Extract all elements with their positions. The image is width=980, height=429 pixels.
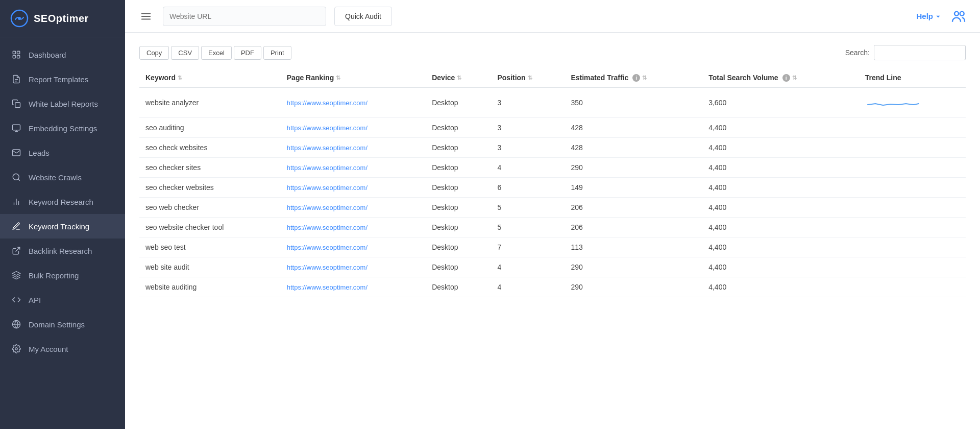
estimated-traffic-sort[interactable]: Estimated Traffic i ⇅: [571, 74, 647, 82]
keyword-cell: seo checker sites: [139, 158, 281, 178]
external-link-icon: [11, 246, 21, 256]
sidebar-item-label: API: [29, 296, 41, 304]
device-cell: Desktop: [426, 87, 491, 118]
sort-icon: ⇅: [457, 75, 461, 81]
table-row: seo website checker tool https://www.seo…: [139, 218, 966, 237]
keyword-sort[interactable]: Keyword ⇅: [145, 74, 182, 82]
device-cell: Desktop: [426, 138, 491, 158]
total-search-volume-cell: 4,400: [702, 198, 859, 218]
total-search-volume-cell: 4,400: [702, 277, 859, 297]
sidebar-item-label: Leads: [29, 149, 50, 157]
position-cell: 4: [491, 158, 565, 178]
layers-icon: [11, 270, 21, 280]
svg-rect-5: [17, 56, 20, 58]
page-ranking-sort[interactable]: Page Ranking ⇅: [287, 74, 341, 82]
estimated-traffic-cell: 290: [565, 257, 702, 277]
col-header-trend-line: Trend Line: [859, 68, 966, 87]
sidebar-item-label: Keyword Tracking: [29, 222, 89, 231]
sidebar-item-bulk-reporting[interactable]: Bulk Reporting: [0, 263, 125, 288]
svg-point-1: [18, 17, 21, 20]
copy-icon: [11, 99, 21, 109]
total-search-volume-sort[interactable]: Total Search Volume i ⇅: [708, 74, 796, 82]
sidebar-item-keyword-research[interactable]: Keyword Research: [0, 189, 125, 214]
estimated-traffic-cell: 428: [565, 118, 702, 138]
table-row: seo checker websites https://www.seoptim…: [139, 178, 966, 198]
search-area: Search:: [845, 45, 966, 60]
col-header-estimated-traffic: Estimated Traffic i ⇅: [565, 68, 702, 87]
trend-line-cell: [859, 218, 966, 237]
col-header-position: Position ⇅: [491, 68, 565, 87]
excel-button[interactable]: Excel: [201, 46, 232, 60]
total-search-volume-cell: 4,400: [702, 218, 859, 237]
file-text-icon: [11, 74, 21, 84]
sidebar-item-backlink-research[interactable]: Backlink Research: [0, 239, 125, 263]
page-ranking-cell: https://www.seoptimer.com/: [281, 87, 426, 118]
sidebar-item-report-templates[interactable]: Report Templates: [0, 67, 125, 91]
estimated-traffic-cell: 290: [565, 158, 702, 178]
table-row: seo web checker https://www.seoptimer.co…: [139, 198, 966, 218]
sidebar-item-api[interactable]: API: [0, 288, 125, 312]
sidebar-item-leads[interactable]: Leads: [0, 140, 125, 165]
position-sort[interactable]: Position ⇅: [497, 74, 532, 82]
table-row: seo checker sites https://www.seoptimer.…: [139, 158, 966, 178]
total-search-volume-cell: 4,400: [702, 237, 859, 257]
user-avatar[interactable]: [949, 7, 968, 26]
trend-line-cell: [859, 118, 966, 138]
sidebar-item-label: White Label Reports: [29, 100, 98, 108]
device-sort[interactable]: Device ⇅: [432, 74, 461, 82]
sidebar-item-white-label[interactable]: White Label Reports: [0, 91, 125, 116]
monitor-icon: [11, 123, 21, 133]
hamburger-menu[interactable]: [137, 8, 155, 25]
logo-text: SEOptimer: [34, 13, 89, 25]
search-label: Search:: [845, 49, 870, 57]
col-header-device: Device ⇅: [426, 68, 491, 87]
svg-marker-18: [13, 272, 20, 276]
page-ranking-cell: https://www.seoptimer.com/: [281, 138, 426, 158]
help-button[interactable]: Help: [916, 12, 941, 20]
device-cell: Desktop: [426, 218, 491, 237]
table-row: web seo test https://www.seoptimer.com/ …: [139, 237, 966, 257]
sidebar-item-my-account[interactable]: My Account: [0, 337, 125, 361]
total-search-volume-info-icon[interactable]: i: [782, 74, 790, 82]
sidebar-item-website-crawls[interactable]: Website Crawls: [0, 165, 125, 189]
sidebar-item-domain-settings[interactable]: Domain Settings: [0, 312, 125, 337]
total-search-volume-cell: 4,400: [702, 257, 859, 277]
keyword-cell: seo check websites: [139, 138, 281, 158]
col-header-page-ranking: Page Ranking ⇅: [281, 68, 426, 87]
keyword-cell: seo website checker tool: [139, 218, 281, 237]
search-input[interactable]: [874, 45, 966, 60]
trend-line-cell: [859, 138, 966, 158]
estimated-traffic-cell: 113: [565, 237, 702, 257]
svg-rect-4: [13, 56, 15, 58]
print-button[interactable]: Print: [263, 46, 291, 60]
table-row: seo check websites https://www.seoptimer…: [139, 138, 966, 158]
page-ranking-cell: https://www.seoptimer.com/: [281, 237, 426, 257]
sort-icon: ⇅: [528, 75, 532, 81]
position-cell: 4: [491, 257, 565, 277]
estimated-traffic-cell: 290: [565, 277, 702, 297]
svg-point-12: [13, 174, 19, 180]
position-cell: 5: [491, 218, 565, 237]
trend-line-cell: [859, 277, 966, 297]
pdf-button[interactable]: PDF: [234, 46, 261, 60]
quick-audit-button[interactable]: Quick Audit: [334, 7, 392, 26]
sidebar-item-embedding[interactable]: Embedding Settings: [0, 116, 125, 140]
url-input[interactable]: [163, 7, 326, 26]
estimated-traffic-info-icon[interactable]: i: [632, 74, 640, 82]
table-row: website auditing https://www.seoptimer.c…: [139, 277, 966, 297]
sidebar: SEOptimer Dashboard Report Templates Whi…: [0, 0, 125, 429]
csv-button[interactable]: CSV: [171, 46, 199, 60]
estimated-traffic-cell: 149: [565, 178, 702, 198]
keyword-cell: web seo test: [139, 237, 281, 257]
copy-button[interactable]: Copy: [139, 46, 169, 60]
page-ranking-cell: https://www.seoptimer.com/: [281, 218, 426, 237]
sidebar-item-keyword-tracking[interactable]: Keyword Tracking: [0, 214, 125, 239]
keyword-cell: seo web checker: [139, 198, 281, 218]
sidebar-logo: SEOptimer: [0, 0, 125, 37]
code-icon: [11, 295, 21, 305]
search-icon: [11, 172, 21, 182]
page-ranking-cell: https://www.seoptimer.com/: [281, 198, 426, 218]
header: Quick Audit Help: [125, 0, 980, 33]
device-cell: Desktop: [426, 237, 491, 257]
sidebar-item-dashboard[interactable]: Dashboard: [0, 42, 125, 67]
